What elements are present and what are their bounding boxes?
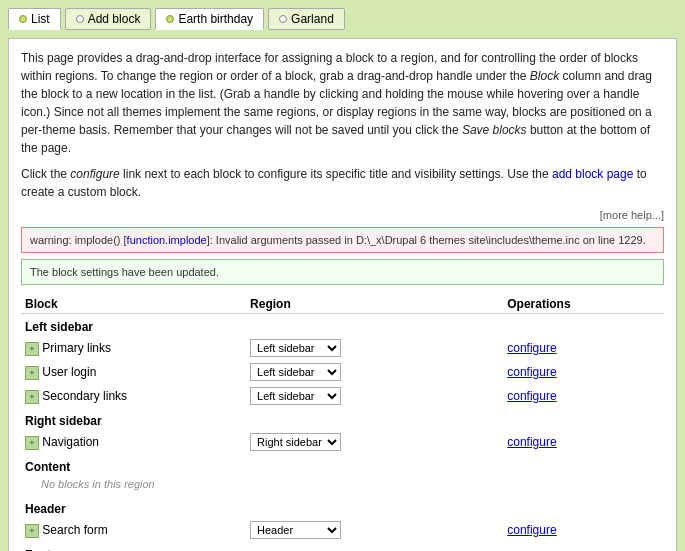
region-header-header: Header: [21, 496, 664, 518]
col-header-operations: Operations: [503, 295, 664, 314]
block-navigation-name: Navigation: [42, 435, 99, 449]
block-search-form-region-select[interactable]: Left sidebar Right sidebar Content Heade…: [250, 521, 341, 539]
region-footer-label: Footer: [21, 542, 664, 551]
block-secondary-links-cell: + Secondary links: [21, 384, 246, 408]
block-primary-links-cell: + Primary links: [21, 336, 246, 360]
block-search-form-region-cell: Left sidebar Right sidebar Content Heade…: [246, 518, 503, 542]
subtab-garland-label: Garland: [291, 12, 334, 26]
more-help: [more help...]: [21, 209, 664, 221]
drag-handle[interactable]: +: [25, 342, 39, 356]
col-header-region: Region: [246, 295, 503, 314]
success-message: The block settings have been updated.: [21, 259, 664, 285]
table-row: + Primary links Left sidebar Right sideb…: [21, 336, 664, 360]
block-search-form-name: Search form: [42, 523, 107, 537]
block-navigation-region-select[interactable]: Left sidebar Right sidebar Content Heade…: [250, 433, 341, 451]
block-navigation-region-cell: Left sidebar Right sidebar Content Heade…: [246, 430, 503, 454]
content-no-blocks: No blocks in this region: [21, 476, 664, 496]
table-row: + Search form Left sidebar Right sidebar…: [21, 518, 664, 542]
tab-list-label: List: [31, 12, 50, 26]
block-primary-links-name: Primary links: [42, 341, 111, 355]
table-row: + User login Left sidebar Right sidebar …: [21, 360, 664, 384]
more-help-link[interactable]: [more help...]: [600, 209, 664, 221]
region-right-sidebar-label: Right sidebar: [21, 408, 664, 430]
block-primary-links-region-select[interactable]: Left sidebar Right sidebar Content Heade…: [250, 339, 341, 357]
region-content-label: Content: [21, 454, 664, 476]
drag-handle[interactable]: +: [25, 436, 39, 450]
block-search-form-cell: + Search form: [21, 518, 246, 542]
col-header-block: Block: [21, 295, 246, 314]
main-tabs: List Add block Earth birthday Garland: [8, 8, 677, 30]
block-user-login-cell: + User login: [21, 360, 246, 384]
tab-list[interactable]: List: [8, 8, 61, 30]
add-block-page-link[interactable]: add block page: [552, 167, 633, 181]
block-primary-links-ops: configure: [503, 336, 664, 360]
main-content: This page provides a drag-and-drop inter…: [8, 38, 677, 551]
table-row: + Navigation Left sidebar Right sidebar …: [21, 430, 664, 454]
block-secondary-links-name: Secondary links: [42, 389, 127, 403]
block-secondary-links-ops: configure: [503, 384, 664, 408]
region-left-sidebar-label: Left sidebar: [21, 314, 664, 337]
page-description: This page provides a drag-and-drop inter…: [21, 49, 664, 157]
tab-list-dot: [19, 15, 27, 23]
warning-message: warning: implode() [function.implode]: I…: [21, 227, 664, 253]
function-implode-link[interactable]: function.implode: [127, 234, 207, 246]
block-secondary-links-region-cell: Left sidebar Right sidebar Content Heade…: [246, 384, 503, 408]
block-primary-links-configure[interactable]: configure: [507, 341, 556, 355]
subtab-earth-birthday-label: Earth birthday: [178, 12, 253, 26]
block-navigation-cell: + Navigation: [21, 430, 246, 454]
tab-add-block-label: Add block: [88, 12, 141, 26]
region-footer-header: Footer: [21, 542, 664, 551]
block-user-login-name: User login: [42, 365, 96, 379]
block-user-login-ops: configure: [503, 360, 664, 384]
subtab-garland[interactable]: Garland: [268, 8, 345, 30]
block-user-login-configure[interactable]: configure: [507, 365, 556, 379]
block-navigation-ops: configure: [503, 430, 664, 454]
block-secondary-links-region-select[interactable]: Left sidebar Right sidebar Content Heade…: [250, 387, 341, 405]
tab-add-block-dot: [76, 15, 84, 23]
block-primary-links-region-cell: Left sidebar Right sidebar Content Heade…: [246, 336, 503, 360]
table-row: + Secondary links Left sidebar Right sid…: [21, 384, 664, 408]
block-search-form-ops: configure: [503, 518, 664, 542]
subtab-earth-birthday[interactable]: Earth birthday: [155, 8, 264, 30]
block-user-login-region-select[interactable]: Left sidebar Right sidebar Content Heade…: [250, 363, 341, 381]
region-header-label: Header: [21, 496, 664, 518]
drag-handle[interactable]: +: [25, 366, 39, 380]
region-content-header: Content: [21, 454, 664, 476]
tab-add-block[interactable]: Add block: [65, 8, 152, 30]
configure-description: Click the configure link next to each bl…: [21, 165, 664, 201]
drag-handle[interactable]: +: [25, 390, 39, 404]
content-no-blocks-text: No blocks in this region: [21, 476, 664, 496]
page-container: List Add block Earth birthday Garland Th…: [0, 0, 685, 551]
subtab-earth-birthday-dot: [166, 15, 174, 23]
block-user-login-region-cell: Left sidebar Right sidebar Content Heade…: [246, 360, 503, 384]
blocks-table: Block Region Operations Left sidebar + P…: [21, 295, 664, 551]
block-search-form-configure[interactable]: configure: [507, 523, 556, 537]
drag-handle[interactable]: +: [25, 524, 39, 538]
region-right-sidebar-header: Right sidebar: [21, 408, 664, 430]
block-navigation-configure[interactable]: configure: [507, 435, 556, 449]
block-secondary-links-configure[interactable]: configure: [507, 389, 556, 403]
subtab-garland-dot: [279, 15, 287, 23]
region-left-sidebar-header: Left sidebar: [21, 314, 664, 337]
